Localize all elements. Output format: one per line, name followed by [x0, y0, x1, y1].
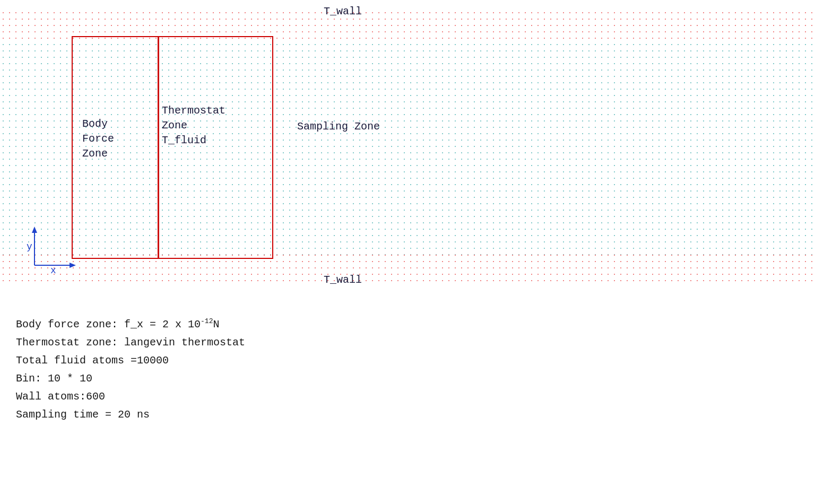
info-line-1: Body force zone: f_x = 2 x 10-12N [16, 316, 245, 334]
twall-top-label: T_wall [324, 4, 362, 19]
coordinate-axes: y x [24, 225, 77, 273]
sampling-zone-label: Sampling Zone [297, 119, 380, 134]
svg-marker-1 [32, 227, 37, 233]
info-line-2: Thermostat zone: langevin thermostat [16, 334, 245, 352]
info-area: Body force zone: f_x = 2 x 10-12N Thermo… [16, 316, 245, 424]
info-line-4: Bin: 10 * 10 [16, 370, 245, 388]
info-line-5: Wall atoms:600 [16, 388, 245, 406]
svg-text:y: y [27, 241, 32, 252]
diagram-area: T_wall T_wall BodyForceZone ThermostatZo… [0, 0, 815, 313]
body-force-zone-label: BodyForceZone [82, 117, 114, 161]
thermostat-zone-label: ThermostatZoneT_fluid [162, 103, 226, 148]
twall-bottom-label: T_wall [324, 273, 362, 288]
svg-marker-3 [70, 263, 76, 268]
exponent: -12 [201, 317, 213, 325]
info-line-3: Total fluid atoms =10000 [16, 352, 245, 370]
svg-text:x: x [50, 265, 56, 273]
axes-svg: y x [24, 225, 77, 273]
zone-divider [158, 37, 159, 258]
info-line-6: Sampling time = 20 ns [16, 406, 245, 424]
